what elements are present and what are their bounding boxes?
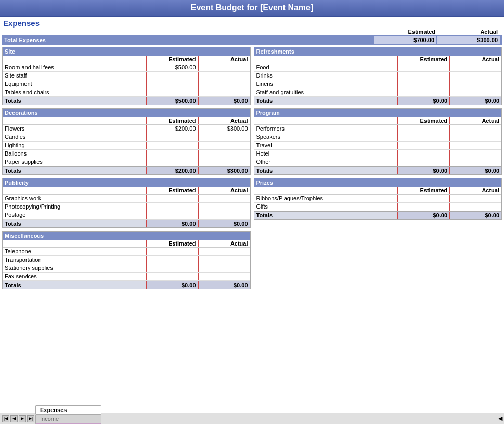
- tab-nav-first[interactable]: |◀: [2, 415, 9, 422]
- row-actual[interactable]: [198, 264, 250, 272]
- tab-nav-last[interactable]: ▶|: [27, 415, 34, 422]
- row-actual[interactable]: [449, 80, 501, 88]
- row-estimated[interactable]: [146, 248, 198, 255]
- row-actual[interactable]: [449, 150, 501, 158]
- row-estimated[interactable]: [397, 133, 449, 141]
- row-actual[interactable]: $300.00: [198, 125, 250, 133]
- tab-expenses[interactable]: Expenses: [35, 405, 101, 414]
- section-header-prizes: Prizes: [254, 178, 502, 187]
- row-actual[interactable]: [198, 88, 250, 96]
- totals-label: Totals: [254, 212, 398, 219]
- row-actual[interactable]: [198, 142, 250, 149]
- row-estimated[interactable]: [146, 256, 198, 264]
- col-estimated-label: Estimated: [146, 56, 198, 63]
- row-actual[interactable]: [198, 63, 250, 71]
- table-row: Other: [254, 158, 502, 166]
- row-estimated[interactable]: [146, 80, 198, 88]
- row-actual[interactable]: [198, 273, 250, 280]
- row-estimated[interactable]: [397, 150, 449, 158]
- tab-nav-next[interactable]: ▶: [19, 415, 26, 422]
- page-title: Event Budget for [Event Name]: [0, 0, 504, 17]
- row-actual[interactable]: [449, 158, 501, 166]
- row-actual[interactable]: [449, 88, 501, 96]
- row-estimated[interactable]: [397, 80, 449, 88]
- row-estimated[interactable]: [146, 273, 198, 280]
- row-actual[interactable]: [449, 133, 501, 141]
- row-actual[interactable]: [198, 248, 250, 255]
- row-actual[interactable]: [198, 211, 250, 219]
- row-estimated[interactable]: [397, 88, 449, 96]
- section-header-decorations: Decorations: [3, 109, 250, 117]
- row-actual[interactable]: [198, 80, 250, 88]
- row-estimated[interactable]: [397, 125, 449, 133]
- table-row: Equipment: [3, 80, 250, 88]
- table-row: Telephone: [3, 248, 250, 256]
- row-actual[interactable]: [198, 195, 250, 202]
- scrollbar-right[interactable]: ◀: [496, 413, 504, 424]
- row-estimated[interactable]: $200.00: [146, 125, 198, 133]
- row-estimated[interactable]: [397, 195, 449, 202]
- totals-estimated: $0.00: [146, 281, 198, 289]
- row-estimated[interactable]: [146, 88, 198, 96]
- row-estimated[interactable]: [146, 203, 198, 211]
- row-estimated[interactable]: [146, 150, 198, 158]
- row-estimated[interactable]: [397, 142, 449, 149]
- tab-bar: |◀ ◀ ▶ ▶| ExpensesIncomeProfit - Loss Su…: [0, 413, 504, 424]
- row-estimated[interactable]: [397, 63, 449, 71]
- table-row: Ribbons/Plaques/Trophies: [254, 195, 502, 203]
- row-label: Ribbons/Plaques/Trophies: [254, 195, 398, 202]
- col-label-spacer: [3, 117, 146, 124]
- col-label-spacer: [254, 187, 398, 194]
- row-label: Travel: [254, 142, 398, 149]
- col-label-spacer: [3, 187, 146, 194]
- row-estimated[interactable]: [146, 142, 198, 149]
- row-label: Flowers: [3, 125, 146, 133]
- row-actual[interactable]: [449, 203, 501, 211]
- row-actual[interactable]: [449, 195, 501, 202]
- row-actual[interactable]: [198, 72, 250, 80]
- totals-row-program: Totals $0.00 $0.00: [254, 166, 502, 174]
- totals-row-decorations: Totals $200.00 $300.00: [3, 166, 250, 174]
- row-estimated[interactable]: $500.00: [146, 63, 198, 71]
- row-actual[interactable]: [449, 63, 501, 71]
- row-estimated[interactable]: [397, 158, 449, 166]
- actual-col-header: Actual: [437, 29, 500, 35]
- section-decorations: Decorations Estimated Actual Flowers $20…: [2, 108, 251, 175]
- row-label: Room and hall fees: [3, 63, 146, 71]
- section-header-program: Program: [254, 109, 502, 117]
- row-actual[interactable]: [198, 133, 250, 141]
- totals-label: Totals: [254, 167, 398, 174]
- table-row: Gifts: [254, 203, 502, 211]
- row-estimated[interactable]: [146, 211, 198, 219]
- totals-estimated: $0.00: [397, 167, 449, 174]
- row-actual[interactable]: [198, 256, 250, 264]
- tab-nav-prev[interactable]: ◀: [10, 415, 18, 422]
- row-actual[interactable]: [449, 125, 501, 133]
- row-actual[interactable]: [449, 72, 501, 80]
- totals-actual: $0.00: [449, 97, 501, 105]
- row-label: Transportation: [3, 256, 146, 264]
- row-actual[interactable]: [198, 158, 250, 166]
- row-actual[interactable]: [449, 142, 501, 149]
- section-refreshments: Refreshments Estimated Actual Food Drink…: [254, 47, 502, 105]
- left-column: Site Estimated Actual Room and hall fees…: [2, 47, 251, 292]
- totals-actual: $0.00: [449, 212, 501, 219]
- row-estimated[interactable]: [146, 72, 198, 80]
- table-row: Paper supplies: [3, 158, 250, 166]
- col-estimated-label: Estimated: [146, 240, 198, 247]
- row-estimated[interactable]: [397, 203, 449, 211]
- tab-income[interactable]: Income: [35, 414, 101, 423]
- totals-actual: $0.00: [198, 97, 250, 105]
- row-actual[interactable]: [198, 203, 250, 211]
- row-estimated[interactable]: [146, 264, 198, 272]
- section-program: Program Estimated Actual Performers Spea…: [254, 108, 502, 175]
- row-label: Staff and gratuities: [254, 88, 398, 96]
- row-actual[interactable]: [198, 150, 250, 158]
- totals-label: Totals: [3, 220, 146, 227]
- row-estimated[interactable]: [146, 195, 198, 202]
- row-estimated[interactable]: [397, 72, 449, 80]
- row-label: Balloons: [3, 150, 146, 158]
- row-estimated[interactable]: [146, 158, 198, 166]
- row-estimated[interactable]: [146, 133, 198, 141]
- table-row: Flowers $200.00 $300.00: [3, 125, 250, 133]
